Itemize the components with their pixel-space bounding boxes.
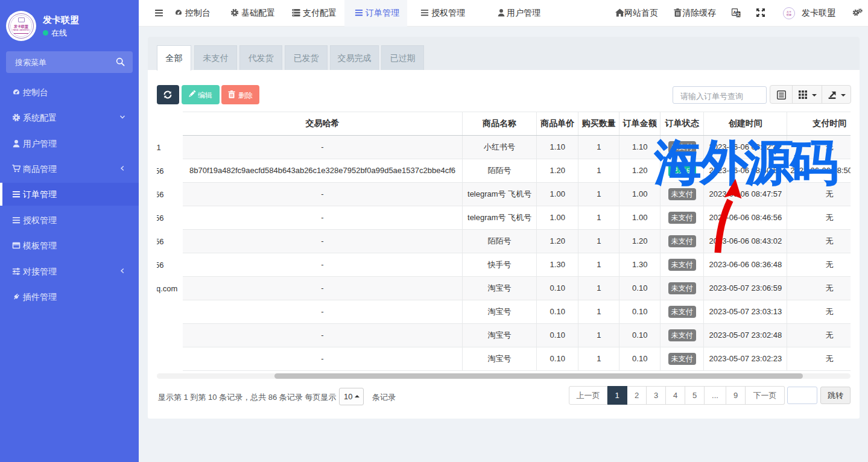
svg-text:文: 文 bbox=[736, 12, 741, 16]
